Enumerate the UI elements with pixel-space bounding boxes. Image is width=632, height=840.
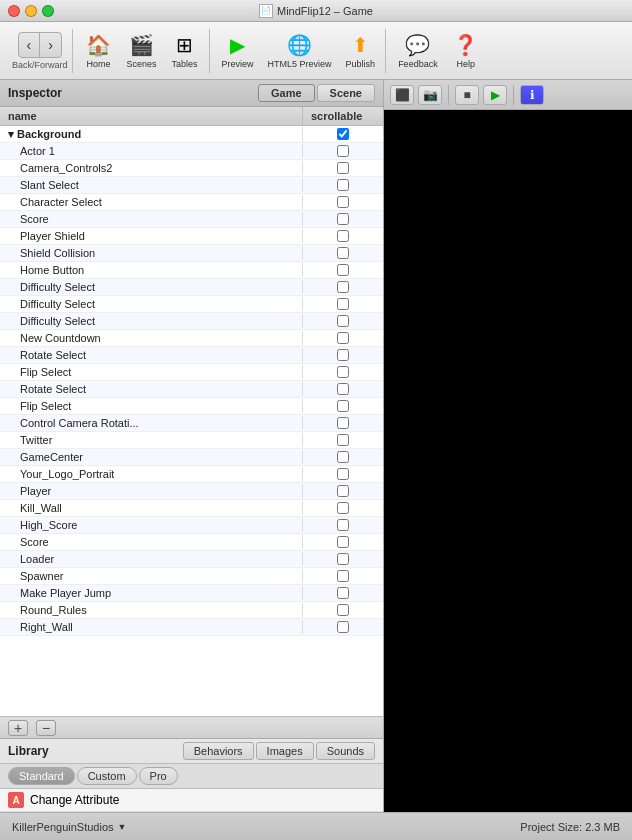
- row-checkbox[interactable]: [303, 604, 383, 616]
- sub-standard[interactable]: Standard: [8, 767, 75, 785]
- rt-separator2: [513, 85, 514, 105]
- table-row[interactable]: Character Select: [0, 194, 383, 211]
- tab-images[interactable]: Images: [256, 742, 314, 760]
- table-row[interactable]: ▾ Background: [0, 126, 383, 143]
- table-row[interactable]: Actor 1: [0, 143, 383, 160]
- back-forward-nav[interactable]: ‹ ›: [18, 32, 62, 58]
- table-row[interactable]: Difficulty Select: [0, 296, 383, 313]
- row-checkbox[interactable]: [303, 281, 383, 293]
- preview-button[interactable]: ▶ Preview: [216, 29, 260, 73]
- table-row[interactable]: Score: [0, 211, 383, 228]
- tab-scene[interactable]: Scene: [317, 84, 375, 102]
- row-checkbox[interactable]: [303, 468, 383, 480]
- table-row[interactable]: Rotate Select: [0, 381, 383, 398]
- row-checkbox[interactable]: [303, 383, 383, 395]
- library-item[interactable]: A Change Attribute: [0, 789, 383, 812]
- row-name: Camera_Controls2: [0, 161, 303, 175]
- rt-play-button[interactable]: ▶: [483, 85, 507, 105]
- row-checkbox[interactable]: [303, 145, 383, 157]
- row-checkbox[interactable]: [303, 128, 383, 140]
- window-controls: [8, 5, 54, 17]
- row-name: Score: [0, 535, 303, 549]
- table-row[interactable]: Round_Rules: [0, 602, 383, 619]
- row-checkbox[interactable]: [303, 366, 383, 378]
- row-checkbox[interactable]: [303, 519, 383, 531]
- table-row[interactable]: Difficulty Select: [0, 279, 383, 296]
- row-checkbox[interactable]: [303, 264, 383, 276]
- row-checkbox[interactable]: [303, 621, 383, 633]
- scenes-button[interactable]: 🎬 Scenes: [121, 29, 163, 73]
- rt-info-button[interactable]: ℹ: [520, 85, 544, 105]
- inspector-header: Inspector Game Scene: [0, 80, 383, 107]
- table-row[interactable]: Spawner: [0, 568, 383, 585]
- add-row-button[interactable]: +: [8, 720, 28, 736]
- row-name: Actor 1: [0, 144, 303, 158]
- maximize-button[interactable]: [42, 5, 54, 17]
- row-checkbox[interactable]: [303, 434, 383, 446]
- table-row[interactable]: Player Shield: [0, 228, 383, 245]
- row-name: Twitter: [0, 433, 303, 447]
- tab-behaviors[interactable]: Behaviors: [183, 742, 254, 760]
- table-row[interactable]: Difficulty Select: [0, 313, 383, 330]
- html5-preview-button[interactable]: 🌐 HTML5 Preview: [262, 29, 338, 73]
- row-checkbox[interactable]: [303, 451, 383, 463]
- tables-button[interactable]: ⊞ Tables: [165, 29, 205, 73]
- row-checkbox[interactable]: [303, 400, 383, 412]
- table-row[interactable]: Rotate Select: [0, 347, 383, 364]
- nav-group: ‹ › Back/Forward: [8, 29, 73, 73]
- close-button[interactable]: [8, 5, 20, 17]
- tab-game[interactable]: Game: [258, 84, 315, 102]
- help-button[interactable]: ❓ Help: [446, 29, 486, 73]
- back-button[interactable]: ‹: [19, 33, 41, 57]
- table-row[interactable]: Twitter: [0, 432, 383, 449]
- table-row[interactable]: Player: [0, 483, 383, 500]
- table-row[interactable]: High_Score: [0, 517, 383, 534]
- table-row[interactable]: GameCenter: [0, 449, 383, 466]
- publish-button[interactable]: ⬆ Publish: [340, 29, 382, 73]
- table-row[interactable]: Flip Select: [0, 364, 383, 381]
- row-checkbox[interactable]: [303, 502, 383, 514]
- table-row[interactable]: Your_Logo_Portrait: [0, 466, 383, 483]
- status-workspace[interactable]: KillerPenguinStudios ▼: [12, 821, 126, 833]
- table-body[interactable]: ▾ BackgroundActor 1Camera_Controls2Slant…: [0, 126, 383, 716]
- row-checkbox[interactable]: [303, 298, 383, 310]
- row-checkbox[interactable]: [303, 553, 383, 565]
- rt-stop-button[interactable]: ■: [455, 85, 479, 105]
- home-button[interactable]: 🏠 Home: [79, 29, 119, 73]
- table-row[interactable]: Kill_Wall: [0, 500, 383, 517]
- table-row[interactable]: Shield Collision: [0, 245, 383, 262]
- sub-pro[interactable]: Pro: [139, 767, 178, 785]
- sub-custom[interactable]: Custom: [77, 767, 137, 785]
- row-checkbox[interactable]: [303, 196, 383, 208]
- row-checkbox[interactable]: [303, 332, 383, 344]
- minimize-button[interactable]: [25, 5, 37, 17]
- table-row[interactable]: Loader: [0, 551, 383, 568]
- row-checkbox[interactable]: [303, 587, 383, 599]
- row-checkbox[interactable]: [303, 213, 383, 225]
- table-row[interactable]: Right_Wall: [0, 619, 383, 636]
- row-checkbox[interactable]: [303, 247, 383, 259]
- row-checkbox[interactable]: [303, 570, 383, 582]
- rt-scene-button[interactable]: ⬛: [390, 85, 414, 105]
- remove-row-button[interactable]: −: [36, 720, 56, 736]
- row-checkbox[interactable]: [303, 536, 383, 548]
- feedback-button[interactable]: 💬 Feedback: [392, 29, 444, 73]
- row-checkbox[interactable]: [303, 417, 383, 429]
- row-checkbox[interactable]: [303, 230, 383, 242]
- table-row[interactable]: Camera_Controls2: [0, 160, 383, 177]
- table-row[interactable]: Home Button: [0, 262, 383, 279]
- table-row[interactable]: Slant Select: [0, 177, 383, 194]
- table-row[interactable]: Control Camera Rotati...: [0, 415, 383, 432]
- row-checkbox[interactable]: [303, 162, 383, 174]
- table-row[interactable]: Make Player Jump: [0, 585, 383, 602]
- row-checkbox[interactable]: [303, 349, 383, 361]
- table-row[interactable]: Score: [0, 534, 383, 551]
- table-row[interactable]: New Countdown: [0, 330, 383, 347]
- rt-camera-button[interactable]: 📷: [418, 85, 442, 105]
- row-checkbox[interactable]: [303, 315, 383, 327]
- row-checkbox[interactable]: [303, 179, 383, 191]
- forward-button[interactable]: ›: [40, 33, 61, 57]
- tab-sounds[interactable]: Sounds: [316, 742, 375, 760]
- row-checkbox[interactable]: [303, 485, 383, 497]
- table-row[interactable]: Flip Select: [0, 398, 383, 415]
